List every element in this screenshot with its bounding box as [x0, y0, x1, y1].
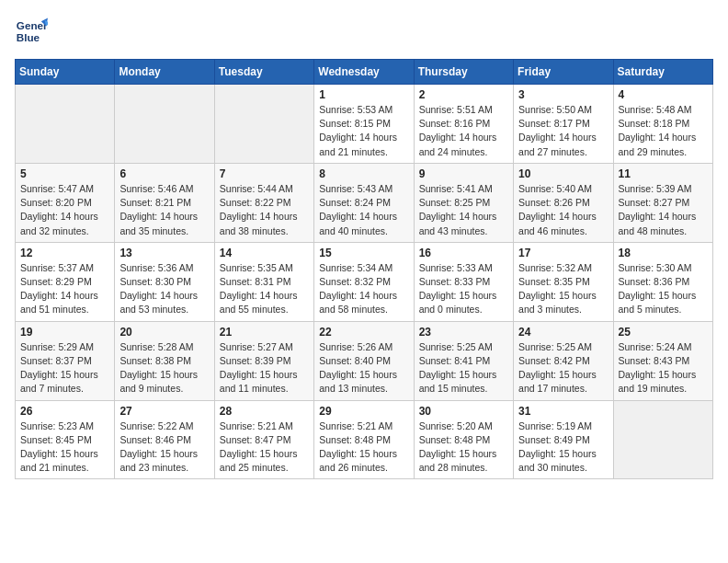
- day-info: Sunrise: 5:21 AMSunset: 8:48 PMDaylight:…: [319, 419, 408, 476]
- day-info: Sunrise: 5:23 AMSunset: 8:45 PMDaylight:…: [20, 419, 109, 476]
- day-number: 10: [518, 167, 608, 180]
- calendar-day-cell: 23Sunrise: 5:25 AMSunset: 8:41 PMDayligh…: [414, 321, 513, 400]
- calendar-day-cell: 28Sunrise: 5:21 AMSunset: 8:47 PMDayligh…: [214, 400, 313, 479]
- day-number: 3: [518, 88, 608, 101]
- logo: General Blue: [15, 15, 51, 48]
- day-info: Sunrise: 5:35 AMSunset: 8:31 PMDaylight:…: [220, 261, 309, 317]
- day-number: 5: [20, 167, 109, 180]
- calendar-table: SundayMondayTuesdayWednesdayThursdayFrid…: [15, 59, 713, 479]
- day-info: Sunrise: 5:27 AMSunset: 8:39 PMDaylight:…: [220, 340, 309, 396]
- day-info: Sunrise: 5:39 AMSunset: 8:27 PMDaylight:…: [619, 182, 708, 238]
- day-info: Sunrise: 5:36 AMSunset: 8:30 PMDaylight:…: [119, 261, 209, 317]
- calendar-day-cell: 4Sunrise: 5:48 AMSunset: 8:18 PMDaylight…: [613, 85, 712, 164]
- day-number: 30: [419, 405, 508, 418]
- day-of-week-header: Sunday: [16, 60, 115, 85]
- day-number: 11: [619, 167, 708, 180]
- calendar-day-cell: 19Sunrise: 5:29 AMSunset: 8:37 PMDayligh…: [16, 321, 115, 400]
- calendar-day-cell: 26Sunrise: 5:23 AMSunset: 8:45 PMDayligh…: [16, 400, 115, 479]
- calendar-day-cell: 1Sunrise: 5:53 AMSunset: 8:15 PMDaylight…: [314, 85, 414, 164]
- day-number: 6: [119, 167, 209, 180]
- day-number: 25: [619, 326, 708, 339]
- calendar-day-cell: 11Sunrise: 5:39 AMSunset: 8:27 PMDayligh…: [613, 163, 712, 242]
- calendar-header-row: SundayMondayTuesdayWednesdayThursdayFrid…: [16, 60, 713, 85]
- calendar-day-cell: 16Sunrise: 5:33 AMSunset: 8:33 PMDayligh…: [414, 242, 513, 321]
- day-number: 18: [619, 247, 708, 259]
- calendar-week-row: 26Sunrise: 5:23 AMSunset: 8:45 PMDayligh…: [16, 400, 713, 479]
- calendar-week-row: 1Sunrise: 5:53 AMSunset: 8:15 PMDaylight…: [16, 85, 713, 164]
- day-info: Sunrise: 5:24 AMSunset: 8:43 PMDaylight:…: [619, 340, 708, 396]
- day-number: 23: [419, 326, 508, 339]
- page-header: General Blue: [15, 15, 713, 48]
- calendar-day-cell: 30Sunrise: 5:20 AMSunset: 8:48 PMDayligh…: [414, 400, 513, 479]
- day-info: Sunrise: 5:19 AMSunset: 8:49 PMDaylight:…: [518, 419, 608, 476]
- day-info: Sunrise: 5:25 AMSunset: 8:42 PMDaylight:…: [518, 340, 608, 396]
- calendar-day-cell: 22Sunrise: 5:26 AMSunset: 8:40 PMDayligh…: [314, 321, 414, 400]
- day-info: Sunrise: 5:26 AMSunset: 8:40 PMDaylight:…: [319, 340, 408, 396]
- day-number: 24: [518, 326, 608, 339]
- calendar-day-cell: 14Sunrise: 5:35 AMSunset: 8:31 PMDayligh…: [214, 242, 313, 321]
- day-info: Sunrise: 5:51 AMSunset: 8:16 PMDaylight:…: [419, 103, 508, 159]
- calendar-day-cell: [214, 85, 313, 164]
- day-info: Sunrise: 5:34 AMSunset: 8:32 PMDaylight:…: [319, 261, 408, 317]
- calendar-day-cell: 29Sunrise: 5:21 AMSunset: 8:48 PMDayligh…: [314, 400, 414, 479]
- day-of-week-header: Tuesday: [214, 60, 313, 85]
- calendar-day-cell: 24Sunrise: 5:25 AMSunset: 8:42 PMDayligh…: [514, 321, 613, 400]
- day-info: Sunrise: 5:44 AMSunset: 8:22 PMDaylight:…: [220, 182, 309, 238]
- day-of-week-header: Monday: [115, 60, 214, 85]
- calendar-day-cell: 12Sunrise: 5:37 AMSunset: 8:29 PMDayligh…: [16, 242, 115, 321]
- day-number: 26: [20, 405, 109, 418]
- calendar-day-cell: 6Sunrise: 5:46 AMSunset: 8:21 PMDaylight…: [115, 163, 214, 242]
- day-info: Sunrise: 5:53 AMSunset: 8:15 PMDaylight:…: [319, 103, 408, 159]
- day-info: Sunrise: 5:37 AMSunset: 8:29 PMDaylight:…: [20, 261, 109, 317]
- day-info: Sunrise: 5:43 AMSunset: 8:24 PMDaylight:…: [319, 182, 408, 238]
- day-info: Sunrise: 5:47 AMSunset: 8:20 PMDaylight:…: [20, 182, 109, 238]
- calendar-day-cell: 13Sunrise: 5:36 AMSunset: 8:30 PMDayligh…: [115, 242, 214, 321]
- calendar-day-cell: 15Sunrise: 5:34 AMSunset: 8:32 PMDayligh…: [314, 242, 414, 321]
- calendar-day-cell: [16, 85, 115, 164]
- calendar-week-row: 19Sunrise: 5:29 AMSunset: 8:37 PMDayligh…: [16, 321, 713, 400]
- calendar-day-cell: 9Sunrise: 5:41 AMSunset: 8:25 PMDaylight…: [414, 163, 513, 242]
- day-number: 12: [20, 247, 109, 259]
- day-of-week-header: Saturday: [613, 60, 712, 85]
- day-info: Sunrise: 5:48 AMSunset: 8:18 PMDaylight:…: [619, 103, 708, 159]
- day-number: 31: [518, 405, 608, 418]
- calendar-day-cell: 8Sunrise: 5:43 AMSunset: 8:24 PMDaylight…: [314, 163, 414, 242]
- calendar-week-row: 12Sunrise: 5:37 AMSunset: 8:29 PMDayligh…: [16, 242, 713, 321]
- day-info: Sunrise: 5:40 AMSunset: 8:26 PMDaylight:…: [518, 182, 608, 238]
- day-info: Sunrise: 5:50 AMSunset: 8:17 PMDaylight:…: [518, 103, 608, 159]
- day-number: 17: [518, 247, 608, 259]
- day-of-week-header: Wednesday: [314, 60, 414, 85]
- day-info: Sunrise: 5:41 AMSunset: 8:25 PMDaylight:…: [419, 182, 508, 238]
- day-number: 29: [319, 405, 408, 418]
- day-number: 8: [319, 167, 408, 180]
- calendar-day-cell: 3Sunrise: 5:50 AMSunset: 8:17 PMDaylight…: [514, 85, 613, 164]
- day-number: 14: [220, 247, 309, 259]
- day-info: Sunrise: 5:32 AMSunset: 8:35 PMDaylight:…: [518, 261, 608, 317]
- calendar-day-cell: 27Sunrise: 5:22 AMSunset: 8:46 PMDayligh…: [115, 400, 214, 479]
- day-number: 22: [319, 326, 408, 339]
- calendar-day-cell: 5Sunrise: 5:47 AMSunset: 8:20 PMDaylight…: [16, 163, 115, 242]
- day-info: Sunrise: 5:25 AMSunset: 8:41 PMDaylight:…: [419, 340, 508, 396]
- day-info: Sunrise: 5:29 AMSunset: 8:37 PMDaylight:…: [20, 340, 109, 396]
- calendar-day-cell: 10Sunrise: 5:40 AMSunset: 8:26 PMDayligh…: [514, 163, 613, 242]
- svg-text:Blue: Blue: [17, 31, 40, 43]
- day-info: Sunrise: 5:21 AMSunset: 8:47 PMDaylight:…: [220, 419, 309, 476]
- day-number: 20: [119, 326, 209, 339]
- calendar-day-cell: 18Sunrise: 5:30 AMSunset: 8:36 PMDayligh…: [613, 242, 712, 321]
- day-number: 19: [20, 326, 109, 339]
- day-number: 2: [419, 88, 508, 101]
- day-of-week-header: Friday: [514, 60, 613, 85]
- day-info: Sunrise: 5:22 AMSunset: 8:46 PMDaylight:…: [119, 419, 209, 476]
- day-info: Sunrise: 5:30 AMSunset: 8:36 PMDaylight:…: [619, 261, 708, 317]
- day-number: 4: [619, 88, 708, 101]
- day-number: 27: [119, 405, 209, 418]
- calendar-day-cell: [115, 85, 214, 164]
- calendar-day-cell: 31Sunrise: 5:19 AMSunset: 8:49 PMDayligh…: [514, 400, 613, 479]
- day-number: 28: [220, 405, 309, 418]
- day-of-week-header: Thursday: [414, 60, 513, 85]
- day-number: 7: [220, 167, 309, 180]
- day-info: Sunrise: 5:28 AMSunset: 8:38 PMDaylight:…: [119, 340, 209, 396]
- calendar-day-cell: 21Sunrise: 5:27 AMSunset: 8:39 PMDayligh…: [214, 321, 313, 400]
- day-info: Sunrise: 5:20 AMSunset: 8:48 PMDaylight:…: [419, 419, 508, 476]
- calendar-day-cell: 7Sunrise: 5:44 AMSunset: 8:22 PMDaylight…: [214, 163, 313, 242]
